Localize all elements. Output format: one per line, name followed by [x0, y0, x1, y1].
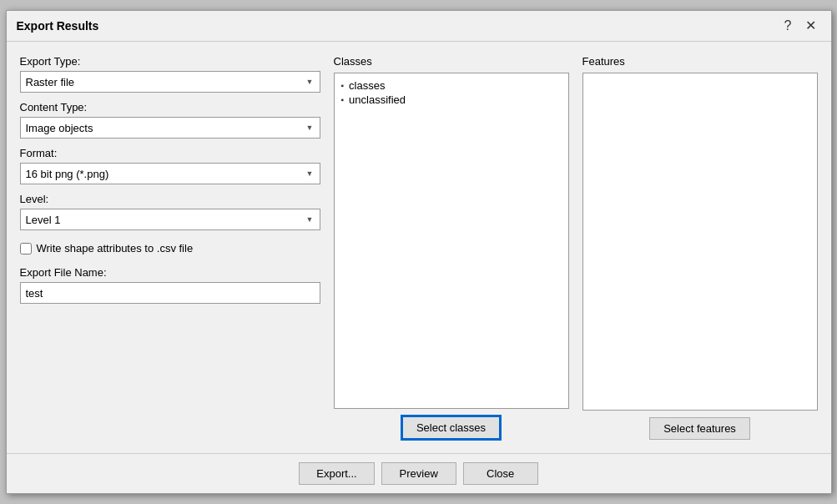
- features-panel: Features Select features: [582, 55, 818, 440]
- export-results-dialog: Export Results ? ✕ Export Type: Raster f…: [6, 10, 832, 494]
- list-item: classes: [341, 78, 562, 93]
- close-button[interactable]: Close: [463, 462, 538, 485]
- classes-title: Classes: [334, 55, 569, 68]
- help-button[interactable]: ?: [779, 18, 797, 34]
- export-type-label: Export Type:: [20, 55, 320, 68]
- content-type-group: Content Type: Image objects: [20, 101, 320, 139]
- export-file-section: Export File Name:: [20, 266, 320, 304]
- format-group: Format: 16 bit png (*.png): [20, 147, 320, 184]
- csv-checkbox[interactable]: [20, 243, 32, 255]
- level-select-wrapper: Level 1: [20, 209, 320, 230]
- features-title: Features: [582, 55, 818, 68]
- dialog-footer: Export... Preview Close: [7, 453, 831, 493]
- select-classes-button[interactable]: Select classes: [401, 416, 501, 440]
- csv-checkbox-row: Write shape attributes to .csv file: [20, 242, 320, 255]
- features-list-box: [582, 73, 818, 411]
- classes-list: classes unclassified: [341, 78, 562, 107]
- level-label: Level:: [20, 193, 320, 205]
- export-type-select-wrapper: Raster file: [20, 71, 320, 93]
- classes-panel-actions: Select classes: [334, 416, 569, 440]
- export-type-group: Export Type: Raster file: [20, 55, 320, 93]
- format-label: Format:: [20, 147, 320, 159]
- features-panel-actions: Select features: [582, 417, 818, 440]
- dialog-title: Export Results: [17, 19, 99, 33]
- level-select[interactable]: Level 1: [20, 209, 320, 230]
- export-button[interactable]: Export...: [299, 462, 374, 485]
- level-group: Level: Level 1: [20, 193, 320, 230]
- content-type-select[interactable]: Image objects: [20, 117, 320, 139]
- title-bar-right: ? ✕: [779, 18, 821, 34]
- select-features-button[interactable]: Select features: [649, 417, 750, 440]
- title-bar-left: Export Results: [17, 19, 99, 33]
- export-type-select[interactable]: Raster file: [20, 71, 320, 93]
- list-item: unclassified: [341, 93, 562, 107]
- format-select-wrapper: 16 bit png (*.png): [20, 163, 320, 184]
- classes-list-box: classes unclassified: [334, 73, 569, 409]
- left-panel: Export Type: Raster file Content Type: I…: [20, 55, 320, 440]
- dialog-content: Export Type: Raster file Content Type: I…: [7, 42, 831, 453]
- csv-checkbox-label: Write shape attributes to .csv file: [37, 242, 194, 255]
- content-type-label: Content Type:: [20, 101, 320, 113]
- classes-panel: Classes classes unclassified Select clas…: [334, 55, 569, 440]
- preview-button[interactable]: Preview: [381, 462, 456, 485]
- content-type-select-wrapper: Image objects: [20, 117, 320, 139]
- export-file-label: Export File Name:: [20, 266, 320, 279]
- title-bar: Export Results ? ✕: [7, 11, 831, 42]
- format-select[interactable]: 16 bit png (*.png): [20, 163, 320, 184]
- export-file-input[interactable]: [20, 282, 320, 304]
- close-title-button[interactable]: ✕: [800, 18, 821, 34]
